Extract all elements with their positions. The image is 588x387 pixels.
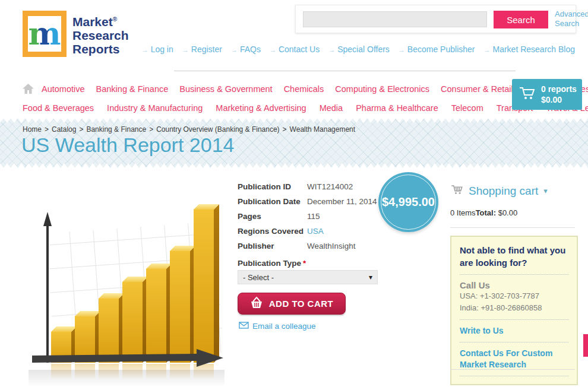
cart-icon [518, 85, 536, 103]
category-row-1: AutomotiveBanking & FinanceBusiness & Go… [42, 84, 511, 94]
top-nav-link[interactable]: →Special Offers [328, 45, 390, 54]
arrow-bullet-icon: → [231, 46, 238, 53]
header: m Market® Research Reports Search Advanc… [0, 0, 588, 77]
home-icon[interactable] [23, 84, 34, 96]
publication-id: WIT1214002 [307, 182, 353, 191]
breadcrumb-segment: Country Overview (Banking & Finance)> [156, 125, 289, 134]
top-nav-link[interactable]: →Register [182, 45, 222, 54]
detail-row: Publication IDWIT1214002 [238, 182, 380, 191]
cart-total-value: $0.00 [496, 208, 517, 217]
category-link[interactable]: Telecom [451, 103, 483, 113]
logo-m-letter: m [28, 18, 61, 49]
write-to-us-link[interactable]: Write to Us [460, 325, 568, 337]
page: m Market® Research Reports Search Advanc… [0, 0, 588, 387]
dotted-divider [460, 319, 568, 320]
mini-cart-widget[interactable]: 0 reports $0.00 [512, 79, 582, 110]
hero-section: Home>Catalog>Banking & Finance>Country O… [0, 118, 588, 168]
required-asterisk: * [303, 259, 306, 268]
category-link[interactable]: Marketing & Advertising [216, 103, 306, 113]
logo-wordmark: Market® Research Reports [72, 12, 129, 56]
breadcrumb-separator: > [45, 125, 49, 134]
shopping-cart-title: Shopping cart [469, 185, 538, 198]
dotted-divider [460, 342, 568, 342]
breadcrumb-separator: > [149, 125, 153, 134]
top-nav-link[interactable]: →Market Research Blog [483, 45, 575, 54]
site-logo[interactable]: m Market® Research Reports [23, 11, 129, 57]
breadcrumb: Home>Catalog>Banking & Finance>Country O… [23, 125, 355, 134]
divider [450, 369, 575, 370]
category-row-2: Food & BeveragesIndustry & Manufacturing… [23, 103, 516, 113]
publisher-name: WealthInsight [307, 242, 356, 250]
region-link[interactable]: USA [307, 227, 324, 236]
cart-items-count: 0 Items [450, 208, 476, 217]
help-box: Not able to find what you are looking fo… [450, 236, 578, 385]
side-tab[interactable] [583, 334, 588, 357]
price-badge: $4,995.00 [378, 172, 438, 232]
header-divider [174, 71, 516, 71]
dotted-divider [460, 376, 568, 376]
advanced-search-link[interactable]: Advanced Search [555, 9, 588, 28]
zigzag-top-edge [0, 118, 588, 123]
detail-row: Pages115 [238, 212, 380, 221]
custom-research-link[interactable]: Contact Us For Custom Market Research [460, 348, 568, 370]
breadcrumb-segment: Wealth Management> [290, 125, 356, 134]
arrow-bullet-icon: → [142, 46, 148, 53]
category-link[interactable]: Business & Government [179, 84, 272, 94]
logo-mark: m [23, 11, 67, 57]
category-link[interactable]: Chemicals [284, 84, 324, 94]
mini-cart-summary: 0 reports $0.00 [541, 84, 577, 105]
search-button[interactable]: Search [494, 11, 548, 28]
publication-type-select[interactable]: - Select - ▾ [238, 270, 378, 284]
dotted-divider [460, 274, 568, 275]
top-nav-link[interactable]: →Become Publisher [399, 45, 475, 54]
top-nav: →Log in→Register→FAQs→Contact Us→Special… [142, 45, 575, 54]
publication-date: December 11, 2014 [307, 197, 377, 206]
top-nav-link[interactable]: →Contact Us [270, 45, 320, 54]
breadcrumb-segment: Catalog> [52, 125, 86, 134]
basket-icon [250, 297, 263, 310]
breadcrumb-separator: > [283, 125, 287, 134]
publication-details: Publication IDWIT1214002 Publication Dat… [238, 182, 380, 256]
breadcrumb-separator: > [79, 125, 83, 134]
page-title: US Wealth Report 2014 [21, 134, 234, 157]
detail-row: Regions CoveredUSA [238, 227, 380, 236]
category-link[interactable]: Media [320, 103, 343, 113]
envelope-icon [239, 322, 249, 331]
top-nav-link[interactable]: →FAQs [231, 45, 261, 54]
category-link[interactable]: Industry & Manufacturing [107, 103, 203, 113]
cart-outline-icon [450, 184, 463, 198]
arrow-bullet-icon: → [270, 46, 276, 53]
help-box-heading: Not able to find what you are looking fo… [460, 244, 568, 269]
product-image [17, 174, 226, 387]
phone-usa: USA: +1-302-703-7787 [460, 290, 568, 302]
price-value: $4,995.00 [382, 195, 435, 209]
search-card: Search Advanced Search [295, 5, 576, 33]
arrow-bullet-icon: → [399, 46, 405, 53]
category-link[interactable]: Consumer & Retail [441, 84, 513, 94]
search-input[interactable] [303, 11, 487, 27]
category-link[interactable]: Computing & Electronics [335, 84, 429, 94]
category-link[interactable]: Banking & Finance [96, 84, 169, 94]
top-nav-link[interactable]: →Log in [142, 45, 173, 54]
arrow-bullet-icon: → [328, 46, 335, 53]
select-dropdown-icon: ▾ [369, 273, 372, 281]
detail-row: PublisherWealthInsight [238, 242, 380, 250]
category-link[interactable]: Food & Beverages [23, 103, 94, 113]
shopping-cart-toggle[interactable]: Shopping cart ▾ [450, 184, 548, 198]
pages-count: 115 [307, 212, 320, 221]
email-colleague-link[interactable]: Email a colleague [239, 322, 316, 331]
arrow-bullet-icon: → [483, 46, 490, 53]
publication-type-label: Publication Type* [238, 259, 306, 268]
category-link[interactable]: Pharma & Healthcare [356, 103, 438, 113]
main-content: Publication IDWIT1214002 Publication Dat… [0, 168, 588, 387]
breadcrumb-segment: Home> [23, 125, 52, 134]
cart-summary-line: 0 ItemsTotal: $0.00 [450, 208, 517, 217]
add-to-cart-button[interactable]: ADD TO CART [238, 293, 346, 315]
call-us-label: Call Us [460, 280, 568, 290]
divider [450, 227, 575, 228]
detail-row: Publication DateDecember 11, 2014 [238, 197, 380, 206]
category-link[interactable]: Automotive [42, 84, 85, 94]
cart-total-label: Total: [476, 208, 496, 217]
arrow-bullet-icon: → [182, 46, 189, 53]
registered-mark: ® [113, 16, 117, 23]
